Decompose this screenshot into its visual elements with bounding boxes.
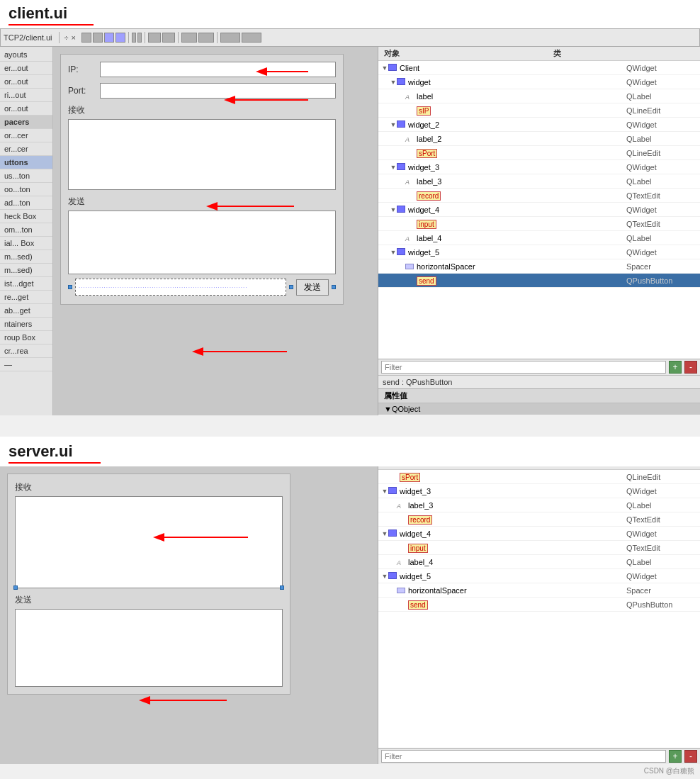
- toolbar-icon-11[interactable]: [220, 33, 240, 43]
- server-tree-row-label3[interactable]: A label_3 QLabel: [378, 498, 700, 512]
- server-tree-row-sport[interactable]: sPort QLineEdit: [378, 470, 700, 484]
- sidebar-item-dialbox[interactable]: ial... Box: [0, 237, 52, 250]
- sidebar-item-omton[interactable]: om...ton: [0, 223, 52, 237]
- client-props-panel: 属性 值 ▼ QObject: [378, 388, 700, 415]
- sidebar-item-riout[interactable]: ri...out: [0, 89, 52, 102]
- server-send-textarea[interactable]: [15, 609, 283, 687]
- server-send-label: 发送: [15, 594, 283, 606]
- tree-row-widget5[interactable]: ▼ widget_5 QWidget: [378, 245, 700, 259]
- receive-textarea[interactable]: [68, 119, 336, 190]
- port-input[interactable]: [100, 83, 336, 99]
- server-designer: 接收 发送: [0, 466, 378, 764]
- server-receive-textarea[interactable]: [15, 496, 283, 588]
- server-tree-row-record[interactable]: record QTextEdit: [378, 512, 700, 527]
- send-textarea[interactable]: [68, 211, 336, 274]
- sidebar-item-msed1[interactable]: m...sed): [0, 250, 52, 264]
- toolbar-icons: [81, 32, 261, 43]
- send-input-bar[interactable]: ········································…: [75, 279, 286, 296]
- toolbar-icon-4[interactable]: [115, 33, 125, 43]
- tree-row-record[interactable]: record QTextEdit: [378, 189, 700, 203]
- server-tree-row-widget4[interactable]: ▼ widget_4 QWidget: [378, 527, 700, 541]
- sidebar-item-crrea[interactable]: cr...rea: [0, 344, 52, 358]
- sidebar-item-bottom[interactable]: —: [0, 358, 52, 371]
- sidebar-item-reget[interactable]: re...get: [0, 291, 52, 304]
- sidebar-item-groupbox[interactable]: roup Box: [0, 331, 52, 344]
- tree-row-label[interactable]: A label QLabel: [378, 89, 700, 103]
- handle-after-btn: [332, 285, 336, 289]
- toolbar-icon-5[interactable]: [132, 33, 136, 43]
- sidebar-item-msed2[interactable]: m...sed): [0, 264, 52, 277]
- tree-row-sip[interactable]: sIP QLineEdit: [378, 103, 700, 118]
- sidebar-item-erout[interactable]: er...out: [0, 62, 52, 75]
- server-title-area: server.ui: [0, 437, 700, 466]
- toolbar-title: TCP2/client.ui: [4, 33, 52, 42]
- tree-row-label4[interactable]: A label_4 QLabel: [378, 231, 700, 245]
- server-tree-row-widget5[interactable]: ▼ widget_5 QWidget: [378, 569, 700, 583]
- sidebar-item-containers[interactable]: ntainers: [0, 318, 52, 331]
- sidebar-item-orout[interactable]: or...out: [0, 75, 52, 89]
- toolbar-icon-8[interactable]: [162, 33, 175, 43]
- tree-row-send[interactable]: send QPushButton: [378, 274, 700, 288]
- tree-row-widget2[interactable]: ▼ widget_2 QWidget: [378, 118, 700, 132]
- send-button[interactable]: 发送: [296, 279, 329, 296]
- toolbar-sep-3: [145, 32, 145, 43]
- ip-row: IP:: [68, 62, 336, 77]
- client-title: client.ui: [9, 4, 67, 23]
- client-filter-input[interactable]: [381, 361, 666, 374]
- sidebar-item-checkbox[interactable]: heck Box: [0, 210, 52, 223]
- handle-left: [68, 285, 72, 289]
- sidebar-item-spacers[interactable]: pacers: [0, 116, 52, 129]
- tree-row-hspacer[interactable]: horizontalSpacer Spacer: [378, 259, 700, 274]
- server-tree-row-send[interactable]: send QPushButton: [378, 598, 700, 612]
- toolbar-icon-9[interactable]: [181, 33, 197, 43]
- server-main-content: 接收 发送: [0, 466, 700, 764]
- sidebar-item-orcer[interactable]: or...cer: [0, 129, 52, 142]
- server-tree-row-hspacer[interactable]: horizontalSpacer Spacer: [378, 583, 700, 598]
- toolbar-sep-2: [128, 32, 129, 43]
- sidebar-item-orout2[interactable]: or...out: [0, 102, 52, 116]
- toolbar-icon-1[interactable]: [81, 33, 91, 43]
- server-object-tree[interactable]: sPort QLineEdit ▼ widget_3 QWidget A lab…: [378, 470, 700, 748]
- toolbar-x-icon[interactable]: ×: [72, 33, 76, 42]
- client-object-tree[interactable]: ▼ Client QWidget ▼ widget QWidget A l: [378, 61, 700, 359]
- toolbar-icon-2[interactable]: [93, 33, 103, 43]
- sidebar-item-ercer[interactable]: er...cer: [0, 142, 52, 156]
- tree-row-input[interactable]: input QTextEdit: [378, 217, 700, 231]
- tree-row-sport[interactable]: sPort QLineEdit: [378, 146, 700, 160]
- props-row-qobject[interactable]: ▼ QObject: [378, 403, 700, 415]
- tree-row-widget[interactable]: ▼ widget QWidget: [378, 75, 700, 89]
- filter-minus-btn[interactable]: -: [684, 361, 697, 374]
- toolbar-icon-12[interactable]: [242, 33, 261, 43]
- server-filter-minus-btn[interactable]: -: [684, 750, 697, 763]
- toolbar-icon-10[interactable]: [198, 33, 214, 43]
- sidebar-item-adton[interactable]: ad...ton: [0, 196, 52, 210]
- tree-row-widget3[interactable]: ▼ widget_3 QWidget: [378, 160, 700, 174]
- ip-input[interactable]: [100, 62, 336, 77]
- tree-row-client[interactable]: ▼ Client QWidget: [378, 61, 700, 75]
- toolbar-icon-7[interactable]: [148, 33, 161, 43]
- server-filter-input[interactable]: [381, 750, 666, 763]
- server-tree-row-input[interactable]: input QTextEdit: [378, 541, 700, 555]
- server-filter-plus-btn[interactable]: +: [669, 750, 682, 763]
- tree-row-widget4[interactable]: ▼ widget_4 QWidget: [378, 203, 700, 217]
- sidebar-item-buttons[interactable]: uttons: [0, 156, 52, 169]
- sidebar-item-abget[interactable]: ab...get: [0, 304, 52, 318]
- props-qobject-name: QObject: [392, 405, 543, 413]
- toolbar-icon-6[interactable]: [137, 33, 142, 43]
- server-filter-bar: + -: [378, 748, 700, 764]
- tree-row-label2[interactable]: A label_2 QLabel: [378, 132, 700, 146]
- client-title-area: client.ui: [0, 0, 700, 28]
- sidebar-item-layouts[interactable]: ayouts: [0, 48, 52, 62]
- sidebar-item-uston[interactable]: us...ton: [0, 169, 52, 183]
- server-tree-row-label4[interactable]: A label_4 QLabel: [378, 555, 700, 569]
- tree-row-label3[interactable]: A label_3 QLabel: [378, 174, 700, 189]
- sidebar-item-istget[interactable]: ist...dget: [0, 277, 52, 291]
- toolbar-icon-3[interactable]: [104, 33, 114, 43]
- server-tree-row-widget3[interactable]: ▼ widget_3 QWidget: [378, 484, 700, 498]
- sidebar-item-ooton[interactable]: oo...ton: [0, 183, 52, 196]
- filter-plus-btn[interactable]: +: [669, 361, 682, 374]
- header-type-col: 类: [553, 48, 694, 59]
- toolbar-close-icon[interactable]: ÷: [64, 33, 68, 42]
- server-right-panel: sPort QLineEdit ▼ widget_3 QWidget A lab…: [378, 466, 700, 764]
- toolbar-separator: [59, 32, 60, 43]
